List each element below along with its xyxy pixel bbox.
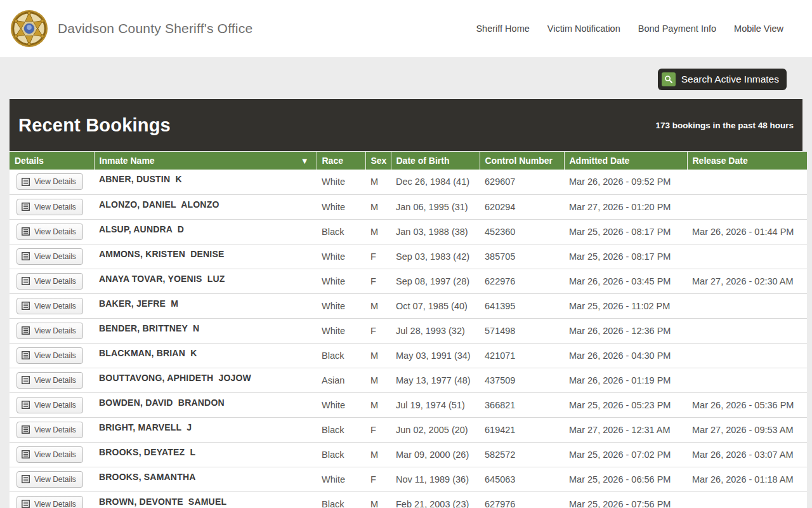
race-cell: Black [317,343,365,368]
col-header-sex: Sex [365,152,391,170]
nav-sheriff-home[interactable]: Sheriff Home [476,23,529,34]
bookings-table: Details Inmate Name ▼ Race Sex Date of B… [10,152,807,508]
list-icon [22,376,30,384]
table-row: View Details BOWDEN, DAVID BRANDON White… [10,392,807,417]
view-details-button[interactable]: View Details [16,248,83,265]
view-details-button[interactable]: View Details [16,397,83,413]
view-details-button[interactable]: View Details [16,273,83,290]
recent-bookings-header: Recent Bookings 173 bookings in the past… [10,99,802,151]
details-cell: View Details [10,244,94,269]
date-of-birth-cell: Sep 08, 1997 (28) [391,269,480,293]
date-of-birth-cell: May 03, 1991 (34) [391,343,480,368]
inmate-name-cell: ABNER, DUSTIN K [94,170,317,194]
list-icon [22,401,30,409]
nav-mobile-view[interactable]: Mobile View [734,23,783,34]
sex-cell: M [365,194,391,219]
view-details-label: View Details [34,203,76,211]
table-row: View Details BROOKS, DEYATEZ L Black M M… [10,442,807,467]
search-active-inmates-button[interactable]: Search Active Inmates [658,69,787,90]
view-details-button[interactable]: View Details [16,323,83,339]
sex-cell: M [365,442,391,467]
release-date-cell [687,170,807,194]
col-header-inmate-name-label: Inmate Name [100,156,155,166]
control-number-cell: 385705 [480,244,564,269]
inmate-name-cell: ANAYA TOVAR, YOENIS LUZ [94,269,317,293]
control-number-cell: 619421 [480,417,564,442]
list-icon [22,178,30,186]
list-icon [22,277,30,285]
details-cell: View Details [10,293,94,318]
view-details-label: View Details [34,252,76,261]
sort-descending-icon[interactable]: ▼ [301,156,309,166]
view-details-label: View Details [34,302,76,311]
col-header-control-number: Control Number [480,152,564,170]
details-cell: View Details [10,491,94,508]
list-icon [22,425,30,434]
table-row: View Details ABNER, DUSTIN K White M Dec… [10,170,807,194]
control-number-cell: 622976 [480,269,564,293]
date-of-birth-cell: Feb 21, 2003 (23) [391,491,480,508]
sex-cell: F [365,318,391,343]
admitted-date-cell: Mar 25, 2026 - 08:17 PM [564,244,687,269]
admitted-date-cell: Mar 25, 2026 - 11:02 PM [564,293,687,318]
admitted-date-cell: Mar 26, 2026 - 03:45 PM [564,269,687,293]
table-row: View Details ALSUP, AUNDRA D Black M Jan… [10,219,807,244]
view-details-button[interactable]: View Details [16,496,83,508]
view-details-button[interactable]: View Details [16,372,83,389]
view-details-label: View Details [34,450,76,459]
view-details-label: View Details [34,277,76,286]
view-details-button[interactable]: View Details [16,347,83,364]
view-details-button[interactable]: View Details [16,298,83,314]
release-date-cell: Mar 26, 2026 - 01:44 PM [687,219,807,244]
inmate-name-cell: BRIGHT, MARVELL J [94,417,317,442]
race-cell: Black [317,442,365,467]
table-row: View Details BAKER, JEFRE M White M Oct … [10,293,807,318]
date-of-birth-cell: Sep 03, 1983 (42) [391,244,480,269]
release-date-cell [687,343,807,368]
details-cell: View Details [10,392,94,417]
table-row: View Details BROWN, DEVONTE SAMUEL Black… [10,491,807,508]
view-details-button[interactable]: View Details [16,199,83,215]
view-details-button[interactable]: View Details [16,422,83,438]
control-number-cell: 627976 [480,491,564,508]
view-details-button[interactable]: View Details [16,446,83,463]
list-icon [22,475,30,483]
admitted-date-cell: Mar 26, 2026 - 01:19 PM [564,368,687,392]
date-of-birth-cell: Oct 07, 1985 (40) [391,293,480,318]
admitted-date-cell: Mar 25, 2026 - 08:17 PM [564,219,687,244]
table-row: View Details BENDER, BRITTNEY N White F … [10,318,807,343]
bookings-table-header: Details Inmate Name ▼ Race Sex Date of B… [10,152,807,170]
admitted-date-cell: Mar 26, 2026 - 09:52 PM [564,170,687,194]
view-details-button[interactable]: View Details [16,173,83,190]
col-header-race: Race [317,152,365,170]
inmate-name-cell: BROOKS, SAMANTHA [94,467,317,491]
page-title: Recent Bookings [18,115,171,136]
table-row: View Details BLACKMAN, BRIAN K Black M M… [10,343,807,368]
race-cell: White [317,170,365,194]
view-details-label: View Details [34,475,76,484]
list-icon [22,351,30,359]
race-cell: White [317,194,365,219]
details-cell: View Details [10,318,94,343]
control-number-cell: 620294 [480,194,564,219]
col-header-date-of-birth: Date of Birth [391,152,480,170]
sex-cell: F [365,244,391,269]
sex-cell: M [365,219,391,244]
race-cell: White [317,293,365,318]
details-cell: View Details [10,417,94,442]
search-icon [662,72,676,86]
view-details-label: View Details [34,227,76,236]
site-title: Davidson County Sheriff's Office [58,21,252,36]
view-details-button[interactable]: View Details [16,471,83,488]
details-cell: View Details [10,170,94,194]
admitted-date-cell: Mar 25, 2026 - 07:56 PM [564,491,687,508]
col-header-admitted-date: Admitted Date [564,152,687,170]
main-content: Search Active Inmates Recent Bookings 17… [0,57,812,508]
nav-victim-notification[interactable]: Victim Notification [547,23,620,34]
details-cell: View Details [10,368,94,392]
control-number-cell: 641395 [480,293,564,318]
date-of-birth-cell: Jun 02, 2005 (20) [391,417,480,442]
col-header-inmate-name[interactable]: Inmate Name ▼ [94,152,317,170]
nav-bond-payment-info[interactable]: Bond Payment Info [638,23,716,34]
view-details-button[interactable]: View Details [16,224,83,240]
